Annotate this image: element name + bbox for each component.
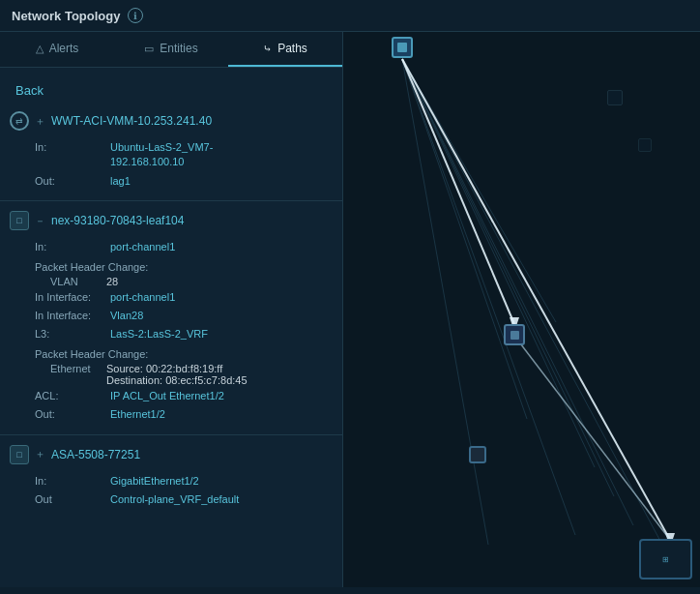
ethernet-source: Source: 00:22:bd:f8:19:ff	[106, 363, 222, 374]
info-icon[interactable]: ℹ	[128, 8, 143, 23]
tab-alerts[interactable]: △ Alerts	[0, 32, 114, 67]
alerts-icon: △	[36, 43, 44, 55]
node3-in-label: In:	[35, 474, 102, 489]
ethernet-values: Source: 00:22:bd:f8:19:ff Destination: 0…	[106, 363, 248, 386]
main-container: △ Alerts ▭ Entities ⤷ Paths Back ⇄ ＋ WWT…	[0, 32, 700, 587]
node2-out-label: Out:	[35, 407, 102, 422]
node1-in-value[interactable]: Ubuntu-LasS-2_VM7-192.168.100.10	[110, 140, 213, 170]
node2-in-value[interactable]: port-channel1	[110, 240, 175, 254]
node3-in-value[interactable]: GigabitEthernet1/2	[110, 474, 199, 489]
node3-details: In: GigabitEthernet1/2 Out Control-plane…	[0, 468, 342, 514]
node-wwt-aci-vmm: ⇄ ＋ WWT-ACI-VMM-10.253.241.40 In: Ubuntu…	[0, 107, 342, 194]
node1-out-value[interactable]: lag1	[110, 174, 131, 189]
panel-content: Back ⇄ ＋ WWT-ACI-VMM-10.253.241.40 In: U…	[0, 68, 342, 587]
topology-panel: ⊞	[343, 32, 700, 587]
node2-in-interface2-value[interactable]: Vlan28	[110, 309, 143, 323]
topology-node-extra1	[607, 90, 623, 105]
svg-line-1	[402, 59, 527, 419]
divider1	[0, 200, 342, 201]
node-asa-5508: □ ＋ ASA-5508-77251 In: GigabitEthernet1/…	[0, 441, 342, 514]
node2-in-interface1-value[interactable]: port-channel1	[110, 290, 175, 305]
node-nex-93180: □ － nex-93180-70843-leaf104 In: port-cha…	[0, 207, 342, 428]
node-wwt-header[interactable]: ⇄ ＋ WWT-ACI-VMM-10.253.241.40	[0, 107, 342, 134]
node2-out-row: Out: Ethernet1/2	[35, 405, 327, 424]
node2-in-interface1-label: In Interface:	[35, 290, 102, 305]
node3-out-row: Out Control-plane_VRF_default	[35, 490, 327, 509]
node2-name: nex-93180-70843-leaf104	[51, 214, 184, 227]
top-node-inner	[397, 43, 407, 52]
svg-line-8	[402, 59, 514, 324]
node1-out-label: Out:	[35, 174, 102, 189]
node2-header[interactable]: □ － nex-93180-70843-leaf104	[0, 207, 342, 234]
node3-out-value[interactable]: Control-plane_VRF_default	[110, 492, 239, 507]
divider2	[0, 434, 342, 435]
page-title: Network Topology	[12, 9, 120, 23]
node1-type-icon: ⇄	[10, 111, 29, 131]
node3-type-icon: □	[10, 445, 29, 464]
bottom-right-label: ⊞	[662, 555, 669, 564]
header: Network Topology ℹ	[0, 0, 700, 32]
tab-paths[interactable]: ⤷ Paths	[228, 32, 342, 67]
node2-details: In: port-channel1 Packet Header Change: …	[0, 234, 342, 428]
svg-line-10	[402, 59, 670, 540]
node1-in-row: In: Ubuntu-LasS-2_VM7-192.168.100.10	[35, 138, 327, 172]
entities-icon: ▭	[144, 43, 154, 55]
packet-header-ethernet: Ethernet Source: 00:22:bd:f8:19:ff Desti…	[35, 362, 327, 387]
tab-alerts-label: Alerts	[49, 42, 79, 55]
topology-svg	[343, 32, 700, 587]
tab-entities-label: Entities	[160, 42, 197, 55]
node2-acl-label: ACL:	[35, 389, 102, 403]
node3-name: ASA-5508-77251	[51, 448, 140, 461]
topology-node-mid[interactable]	[504, 324, 525, 345]
svg-line-4	[402, 59, 614, 496]
vlan-row: VLAN 28	[50, 275, 327, 288]
ethernet-row: Ethernet Source: 00:22:bd:f8:19:ff Desti…	[50, 362, 327, 387]
node1-details: In: Ubuntu-LasS-2_VM7-192.168.100.10 Out…	[0, 134, 342, 194]
node2-type-icon: □	[10, 211, 29, 230]
node3-in-row: In: GigabitEthernet1/2	[35, 472, 327, 490]
packet-header-label2: Packet Header Change:	[35, 344, 327, 362]
node1-in-label: In:	[35, 140, 102, 170]
node2-in-row: In: port-channel1	[35, 238, 327, 256]
back-button[interactable]: Back	[0, 77, 342, 107]
tab-entities[interactable]: ▭ Entities	[114, 32, 228, 67]
node2-l3-value[interactable]: LasS-2:LasS-2_VRF	[110, 327, 208, 342]
svg-line-12	[514, 336, 670, 540]
topology-node-bottom-left[interactable]	[469, 446, 486, 463]
node2-l3-label: L3:	[35, 327, 102, 342]
svg-line-5	[402, 59, 595, 467]
node2-acl-row: ACL: IP ACL_Out Ethernet1/2	[35, 387, 327, 405]
node3-out-label: Out	[35, 492, 102, 507]
ethernet-key: Ethernet	[50, 363, 99, 386]
paths-icon: ⤷	[263, 43, 272, 55]
topology-node-extra2	[638, 138, 652, 152]
node2-in-interface2-label: In Interface:	[35, 309, 102, 323]
left-panel: △ Alerts ▭ Entities ⤷ Paths Back ⇄ ＋ WWT…	[0, 32, 343, 587]
tab-paths-label: Paths	[277, 42, 307, 55]
node2-in-label: In:	[35, 240, 102, 254]
topology-node-bottom-right[interactable]: ⊞	[639, 539, 692, 579]
node2-out-value[interactable]: Ethernet1/2	[110, 407, 165, 422]
mid-node-inner	[510, 331, 519, 340]
node3-expand-icon[interactable]: ＋	[35, 447, 45, 461]
svg-line-3	[402, 59, 662, 545]
node2-l3-row: L3: LasS-2:LasS-2_VRF	[35, 325, 327, 343]
topology-canvas: ⊞	[343, 32, 700, 587]
topology-node-top[interactable]	[392, 37, 413, 58]
vlan-key: VLAN	[50, 276, 99, 287]
packet-header-vlan: VLAN 28	[35, 275, 327, 288]
node1-name: WWT-ACI-VMM-10.253.241.40	[51, 114, 212, 128]
tabs-bar: △ Alerts ▭ Entities ⤷ Paths	[0, 32, 342, 68]
node2-acl-value[interactable]: IP ACL_Out Ethernet1/2	[110, 389, 224, 403]
node1-out-row: Out: lag1	[35, 172, 327, 191]
packet-header-label1: Packet Header Change:	[35, 257, 327, 275]
node2-expand-icon[interactable]: －	[35, 214, 45, 228]
svg-line-7	[402, 59, 575, 535]
node3-header[interactable]: □ ＋ ASA-5508-77251	[0, 441, 342, 468]
node2-in-interface1-row: In Interface: port-channel1	[35, 288, 327, 307]
node1-expand-icon[interactable]: ＋	[35, 114, 45, 129]
ethernet-destination: Destination: 08:ec:f5:c7:8d:45	[106, 374, 248, 386]
vlan-value: 28	[106, 276, 118, 287]
node2-in-interface2-row: In Interface: Vlan28	[35, 307, 327, 325]
svg-line-6	[402, 59, 633, 525]
